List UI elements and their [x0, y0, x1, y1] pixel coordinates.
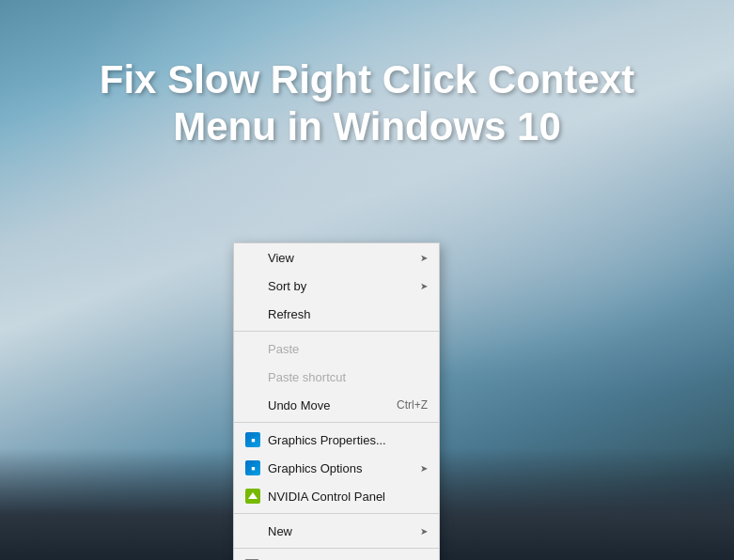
intel-icon: ■ — [245, 432, 260, 447]
menu-label-new: New — [268, 524, 420, 538]
title-line2: Menu in Windows 10 — [173, 104, 561, 148]
intel-graphics-options-icon: ■ — [243, 459, 262, 477]
menu-item-view[interactable]: View ➤ — [234, 243, 439, 272]
paste-icon-spacer — [243, 339, 262, 358]
menu-item-graphics-properties[interactable]: ■ Graphics Properties... — [234, 426, 439, 454]
menu-item-sort-by[interactable]: Sort by ➤ — [234, 272, 439, 300]
paste-shortcut-icon-spacer — [243, 367, 262, 386]
separator-1 — [234, 331, 439, 332]
display-settings-icon — [243, 556, 262, 560]
menu-item-graphics-options[interactable]: ■ Graphics Options ➤ — [234, 454, 439, 482]
menu-item-paste[interactable]: Paste — [234, 334, 439, 363]
menu-item-refresh[interactable]: Refresh — [234, 300, 439, 328]
page-title: Fix Slow Right Click Context Menu in Win… — [0, 56, 734, 151]
undo-shortcut: Ctrl+Z — [397, 398, 428, 412]
menu-item-undo-move[interactable]: Undo Move Ctrl+Z — [234, 391, 439, 419]
separator-4 — [234, 548, 439, 549]
sort-icon-spacer — [243, 276, 262, 295]
view-arrow-icon: ➤ — [420, 253, 428, 263]
graphics-options-arrow-icon: ➤ — [420, 463, 428, 474]
new-arrow-icon: ➤ — [420, 526, 428, 537]
menu-label-sort-by: Sort by — [268, 279, 420, 293]
menu-label-paste-shortcut: Paste shortcut — [268, 370, 428, 384]
view-icon-spacer — [243, 248, 262, 267]
menu-item-paste-shortcut[interactable]: Paste shortcut — [234, 363, 439, 391]
sort-arrow-icon: ➤ — [420, 281, 428, 291]
refresh-icon-spacer — [243, 304, 262, 323]
menu-label-view: View — [268, 251, 420, 265]
menu-label-refresh: Refresh — [268, 307, 428, 321]
context-menu: View ➤ Sort by ➤ Refresh Paste Paste sho… — [233, 242, 440, 560]
menu-label-paste: Paste — [268, 342, 428, 356]
menu-label-undo-move: Undo Move — [268, 398, 378, 412]
intel-icon-2: ■ — [245, 460, 260, 475]
menu-item-new[interactable]: New ➤ — [234, 517, 439, 545]
menu-label-graphics-options: Graphics Options — [268, 461, 420, 475]
menu-label-graphics-properties: Graphics Properties... — [268, 433, 428, 447]
new-icon-spacer — [243, 521, 262, 540]
undo-icon-spacer — [243, 396, 262, 414]
title-line1: Fix Slow Right Click Context — [100, 57, 634, 101]
nvidia-icon — [243, 487, 262, 506]
menu-item-display-settings[interactable]: Display settings — [234, 552, 439, 560]
intel-graphics-properties-icon: ■ — [243, 430, 262, 449]
menu-label-nvidia: NVIDIA Control Panel — [268, 490, 428, 504]
separator-3 — [234, 513, 439, 514]
nvidia-logo-icon — [245, 489, 260, 504]
separator-2 — [234, 422, 439, 423]
menu-item-nvidia[interactable]: NVIDIA Control Panel — [234, 482, 439, 510]
